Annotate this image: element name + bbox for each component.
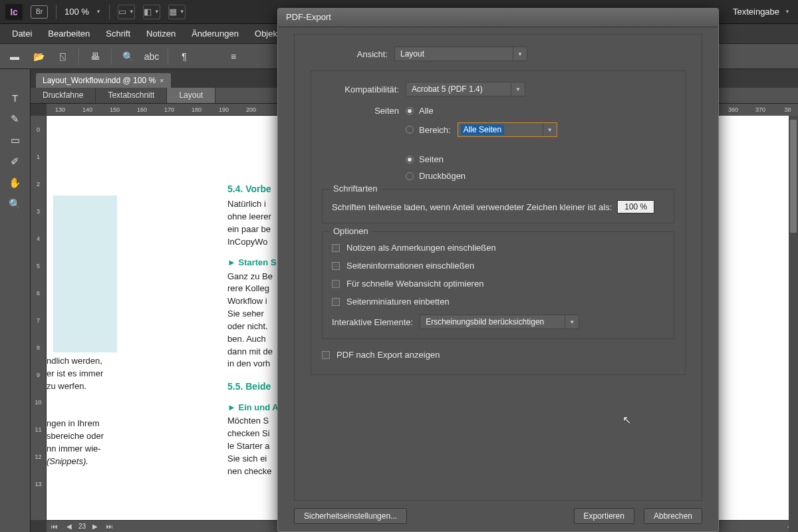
pilcrow-icon[interactable]: ¶ <box>175 49 194 65</box>
cancel-button[interactable]: Abbrechen <box>644 508 702 524</box>
menu-schrift[interactable]: Schrift <box>98 25 138 43</box>
text-column-left: ndlich werden, er ist es immer zu werfen… <box>47 355 166 468</box>
vertical-ruler: 012345678910111213 <box>31 116 47 520</box>
compatibility-dropdown[interactable]: Acrobat 5 (PDF 1.4)▼ <box>406 82 525 96</box>
radio-spreads[interactable] <box>406 172 414 180</box>
last-page-icon[interactable]: ⏭ <box>104 523 115 530</box>
radio-pages[interactable] <box>406 156 414 164</box>
check-notes[interactable] <box>332 244 340 252</box>
pdf-export-dialog: PDF-Export Ansicht: Layout▼ Kompatibilit… <box>277 8 719 532</box>
menu-datei[interactable]: Datei <box>4 25 40 43</box>
bridge-icon[interactable]: Br <box>31 5 48 19</box>
tools-palette: T ✎ ▭ ✐ ✋ 🔍 <box>0 69 31 532</box>
radio-all-pages[interactable] <box>406 107 414 115</box>
fonts-percent-input[interactable] <box>617 200 654 213</box>
check-thumbs[interactable] <box>332 298 340 306</box>
eyedropper-icon[interactable]: ✐ <box>7 153 24 170</box>
tab-layout[interactable]: Layout <box>167 88 215 103</box>
radio-spreads-label: Druckbögen <box>419 171 466 181</box>
first-page-icon[interactable]: ⏮ <box>49 523 60 530</box>
arrange-documents-icon[interactable]: ▦ <box>168 5 186 19</box>
view-dropdown[interactable]: Layout▼ <box>394 47 527 61</box>
note-tool-icon[interactable]: ✎ <box>7 110 24 128</box>
screen-mode-icon[interactable]: ▭ <box>118 5 135 19</box>
fonts-legend: Schriftarten <box>329 184 381 194</box>
tab-textabschnitt[interactable]: Textabschnitt <box>96 88 167 103</box>
separator <box>109 5 110 19</box>
workspace-switcher[interactable]: Texteingabe <box>733 7 790 17</box>
lines-icon[interactable]: ≡ <box>224 49 243 65</box>
radio-pages-label: Seiten <box>419 154 444 164</box>
prev-page-icon[interactable]: ◀ <box>64 523 74 530</box>
horizontal-ruler-right: 36037038 <box>720 104 798 116</box>
zoom-tool-icon[interactable]: 🔍 <box>7 196 24 213</box>
security-settings-button[interactable]: Sicherheitseinstellungen... <box>294 508 407 524</box>
range-dropdown[interactable]: Alle Seiten▼ <box>458 122 557 137</box>
radio-range[interactable] <box>406 126 414 134</box>
document-tab[interactable]: Layout_Workflow.indd @ 100 % × <box>36 73 171 88</box>
fonts-fieldset: Schriftarten Schriften teilweise laden, … <box>322 189 674 223</box>
check-view-after[interactable] <box>322 351 330 359</box>
options-fieldset: Optionen Notizen als Anmerkungen einschl… <box>322 231 674 339</box>
search-icon[interactable]: 🔍 <box>118 49 137 65</box>
document-tab-title: Layout_Workflow.indd @ 100 % <box>43 76 156 85</box>
current-page[interactable]: 23 <box>78 523 86 530</box>
separator <box>56 5 57 19</box>
vertical-scrollbar[interactable] <box>789 116 798 532</box>
view-label: Ansicht: <box>311 49 388 59</box>
spellcheck-icon[interactable]: abc <box>142 49 161 65</box>
pages-label: Seiten <box>322 106 399 116</box>
menu-bearbeiten[interactable]: Bearbeiten <box>40 25 98 43</box>
open-icon[interactable]: 📂 <box>29 49 48 65</box>
app-logo-icon: Ic <box>5 4 23 20</box>
menu-aenderungen[interactable]: Änderungen <box>184 25 247 43</box>
close-tab-icon[interactable]: × <box>160 76 164 84</box>
view-options-icon[interactable]: ◧ <box>143 5 160 19</box>
image-frame-placeholder <box>53 196 117 352</box>
hand-tool-icon[interactable]: ✋ <box>7 174 24 192</box>
new-icon[interactable]: ▬ <box>5 49 24 65</box>
check-fastweb[interactable] <box>332 280 340 288</box>
position-tool-icon[interactable]: ▭ <box>7 132 24 149</box>
export-button[interactable]: Exportieren <box>574 508 634 524</box>
tab-druckfahne[interactable]: Druckfahne <box>31 88 96 103</box>
next-page-icon[interactable]: ▶ <box>90 523 100 530</box>
interactive-dropdown[interactable]: Erscheinungsbild berücksichtigen▼ <box>420 315 579 329</box>
range-label: Bereich: <box>419 125 451 135</box>
options-legend: Optionen <box>329 226 372 236</box>
check-pageinfo[interactable] <box>332 262 340 270</box>
dialog-title: PDF-Export <box>278 9 718 27</box>
interactive-label: Interaktive Elemente: <box>332 317 413 327</box>
radio-all-label: Alle <box>419 106 434 116</box>
menu-notizen[interactable]: Notizen <box>138 25 184 43</box>
fonts-subset-label: Schriften teilweise laden, wenn Anteil v… <box>332 202 612 212</box>
type-tool-icon[interactable]: T <box>7 89 24 106</box>
zoom-level-select[interactable]: 100 % <box>65 7 101 17</box>
print-icon[interactable]: 🖶 <box>86 49 104 65</box>
compat-label: Kompatibilität: <box>322 84 399 94</box>
save-icon[interactable]: ⍂ <box>53 49 72 65</box>
